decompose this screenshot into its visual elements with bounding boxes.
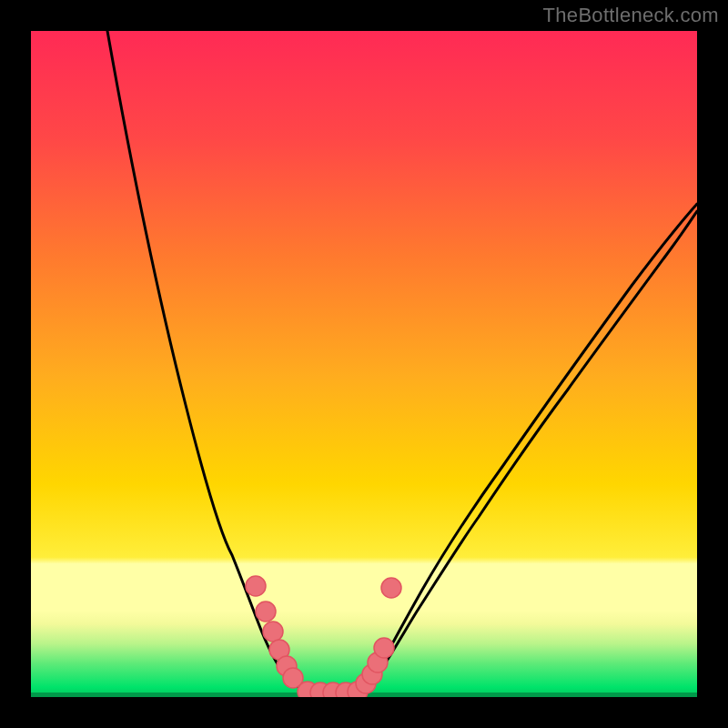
svg-point-3 <box>256 602 276 622</box>
svg-point-17 <box>381 578 401 598</box>
plot-area <box>31 31 697 697</box>
chart-frame: TheBottleneck.com <box>0 0 728 728</box>
svg-point-4 <box>263 622 283 642</box>
right-curve-smooth <box>357 204 697 693</box>
dots-right <box>356 578 401 693</box>
right-curve <box>359 211 697 693</box>
watermark-text: TheBottleneck.com <box>543 4 719 27</box>
svg-point-2 <box>246 576 266 596</box>
svg-point-16 <box>374 638 394 658</box>
chart-curves <box>31 31 697 697</box>
left-curve <box>107 31 318 693</box>
dots-left <box>246 576 303 688</box>
